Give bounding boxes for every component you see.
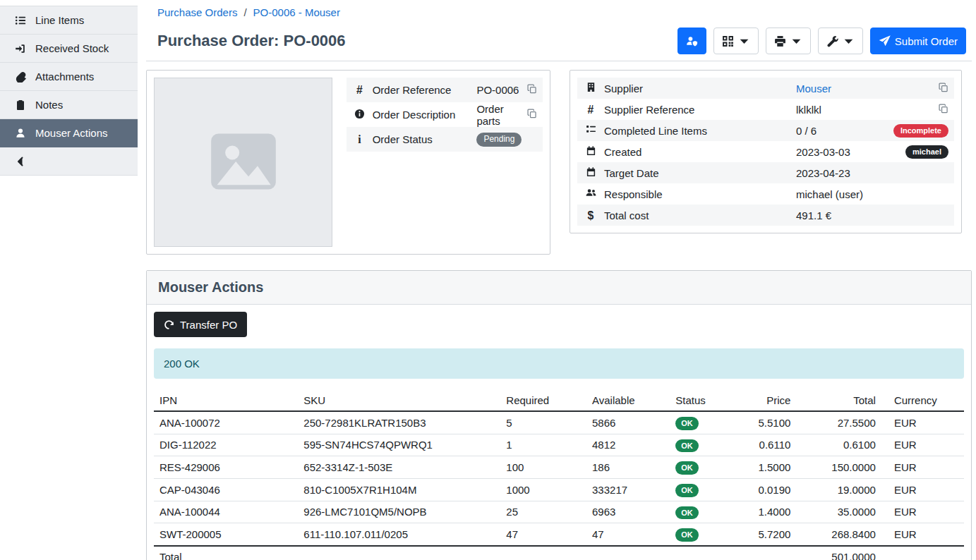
created-by-badge: michael [905, 145, 948, 159]
detail-row: Created2023-03-03michael [577, 141, 954, 162]
column-header-total[interactable]: Total [796, 390, 881, 411]
submit-order-button[interactable]: Submit Order [870, 28, 966, 54]
cell-currency: EUR [881, 501, 964, 523]
detail-label: Supplier [604, 78, 796, 99]
column-header-currency[interactable]: Currency [881, 390, 964, 411]
cell-currency: EUR [881, 434, 964, 456]
cell-available: 47 [586, 523, 670, 546]
page-title: Purchase Order: PO-0006 [157, 32, 346, 50]
detail-value: lklklkl [796, 104, 821, 116]
sidebar-item-line-items[interactable]: Line Items [0, 6, 138, 35]
dollar-icon: $ [586, 210, 596, 221]
detail-row: #Order ReferencePO-0006 [347, 78, 543, 102]
cell-currency: EUR [881, 478, 964, 501]
status-ok-badge: OK [675, 484, 699, 497]
sign-in-icon [15, 43, 26, 54]
sidebar-item-notes[interactable]: Notes [0, 91, 138, 119]
sidebar-list: Line ItemsReceived StockAttachmentsNotes… [0, 6, 138, 176]
calendar-icon [586, 145, 596, 156]
detail-label: Order Description [373, 102, 477, 127]
cell-available: 333217 [586, 478, 670, 501]
cell-required: 1000 [500, 478, 586, 501]
detail-label: Total cost [604, 205, 796, 226]
cell-required: 5 [500, 411, 586, 434]
print-actions-button[interactable] [766, 28, 811, 54]
cell-sku: 810-C1005X7R1H104M [298, 478, 500, 501]
detail-row: SupplierMouser [577, 78, 954, 99]
clipboard-icon [15, 99, 26, 111]
sidebar-item-label: Notes [35, 99, 63, 111]
detail-label: Supplier Reference [604, 99, 796, 120]
column-header-required[interactable]: Required [500, 390, 586, 411]
mouser-actions-panel: Mouser Actions Transfer PO 200 OK IPNSKU… [146, 270, 972, 560]
sidebar-item-received-stock[interactable]: Received Stock [0, 35, 138, 63]
panel-body: Transfer PO 200 OK IPNSKURequiredAvailab… [147, 305, 971, 560]
cell-price: 1.4000 [740, 501, 796, 523]
list-check-icon [586, 124, 596, 135]
table-row: CAP-043046810-C1005X7R1H104M1000333217OK… [154, 478, 964, 501]
barcode-actions-button[interactable] [713, 28, 759, 54]
copy-button[interactable] [527, 84, 537, 94]
line-items-table: IPNSKURequiredAvailableStatusPriceTotalC… [154, 390, 964, 560]
users-icon [586, 188, 596, 198]
caret-down-icon [790, 35, 802, 47]
copy-button[interactable] [527, 109, 537, 118]
sidebar-item-attachments[interactable]: Attachments [0, 63, 138, 91]
cell-price: 1.5000 [740, 456, 796, 479]
issue-order-button[interactable] [677, 28, 706, 54]
cell-price: 5.7200 [740, 523, 796, 546]
caret-down-icon [843, 35, 855, 47]
breadcrumb-link[interactable]: PO-0006 - Mouser [253, 6, 340, 18]
status-ok-badge: OK [675, 417, 699, 430]
hash-icon: # [586, 104, 596, 115]
info-icon: i [354, 134, 365, 145]
sidebar: Line ItemsReceived StockAttachmentsNotes… [0, 0, 138, 560]
chevron-left-icon [15, 156, 26, 167]
order-actions-button[interactable] [818, 28, 863, 54]
column-header-ipn[interactable]: IPN [154, 390, 298, 411]
detail-value: PO-0006 [476, 84, 519, 96]
column-header-status[interactable]: Status [670, 390, 740, 411]
user-icon [15, 128, 26, 139]
sidebar-item-label: Line Items [35, 14, 84, 26]
cell-available: 5866 [586, 411, 670, 434]
column-header-available[interactable]: Available [586, 390, 670, 411]
page-header: Purchase Order: PO-0006 Submit Order [146, 24, 972, 61]
details-section: #Order ReferencePO-0006Order Description… [146, 70, 972, 255]
detail-label: Completed Line Items [604, 120, 796, 141]
breadcrumb-link[interactable]: Purchase Orders [157, 6, 237, 18]
detail-value: Order parts [476, 103, 503, 127]
cell-sku: 652-3314Z-1-503E [298, 456, 500, 479]
detail-value: 491.1 € [796, 209, 831, 221]
cell-price: 0.6110 [740, 434, 796, 456]
detail-row: $Total cost491.1 € [577, 205, 954, 226]
hash-icon: # [354, 85, 365, 95]
column-header-sku[interactable]: SKU [298, 390, 500, 411]
refresh-icon [164, 319, 174, 330]
footer-label: Total [154, 546, 298, 560]
sidebar-collapse-button[interactable] [0, 147, 138, 176]
cell-price: 0.0190 [740, 478, 796, 501]
order-image-placeholder[interactable] [154, 78, 332, 247]
sidebar-item-label: Received Stock [35, 42, 109, 54]
cell-required: 47 [500, 523, 586, 546]
detail-value: 2023-03-03 [796, 146, 850, 158]
copy-button[interactable] [939, 104, 948, 114]
transfer-po-button[interactable]: Transfer PO [154, 312, 247, 337]
cell-available: 6963 [586, 501, 670, 523]
copy-button[interactable] [939, 83, 948, 92]
cell-sku: 611-110.107.011/0205 [298, 523, 500, 546]
detail-label: Order Reference [373, 78, 477, 102]
user-shield-icon [686, 35, 698, 47]
cell-total: 27.5500 [796, 411, 881, 434]
calendar-icon [586, 166, 596, 177]
sidebar-item-mouser-actions[interactable]: Mouser Actions [0, 119, 138, 147]
app-root: Line ItemsReceived StockAttachmentsNotes… [0, 0, 976, 560]
table-row: RES-429006652-3314Z-1-503E100186OK1.5000… [154, 456, 964, 479]
detail-value-link[interactable]: Mouser [796, 83, 831, 95]
cell-sku: 595-SN74HCS74QPWRQ1 [298, 434, 500, 456]
cell-currency: EUR [881, 523, 964, 546]
footer-total: 501.0000 [796, 546, 881, 560]
cell-ipn: CAP-043046 [154, 478, 298, 501]
column-header-price[interactable]: Price [740, 390, 796, 411]
